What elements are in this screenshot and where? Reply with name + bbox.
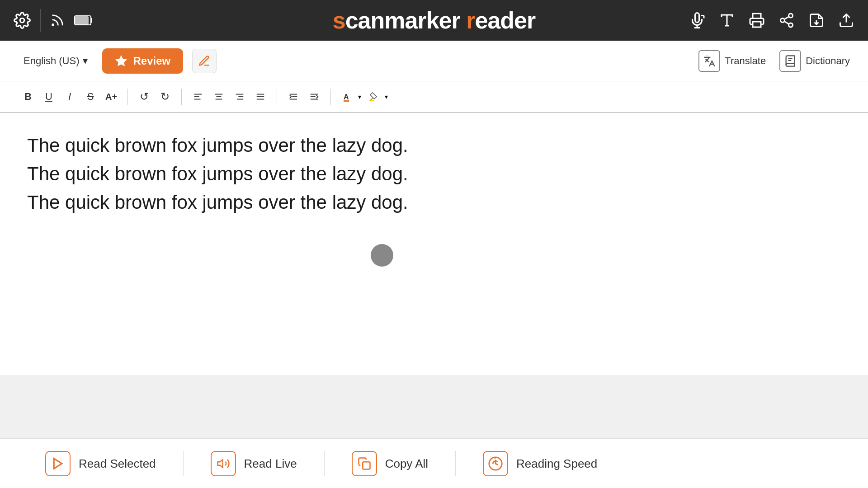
divider [40,9,41,32]
svg-rect-45 [363,462,370,469]
cursor-indicator [371,244,393,267]
title-r: r [466,7,475,33]
dictionary-icon [779,50,801,72]
reading-speed-icon [483,451,508,476]
svg-point-11 [789,14,793,18]
text-format-group: B U I S A+ [18,87,121,107]
app-title: scanmarker reader [333,7,535,33]
review-button[interactable]: Review [102,48,183,74]
alignment-group [188,87,270,107]
reading-speed-action[interactable]: Reading Speed [456,451,624,476]
chevron-down-icon: ▾ [83,55,88,67]
toolbar2-right-actions: Translate Dictionary [698,50,850,72]
align-justify-button[interactable] [250,87,270,107]
indent-increase-button[interactable] [304,87,324,107]
top-navigation-bar: scanmarker reader [0,0,868,41]
bold-button[interactable]: B [18,87,38,107]
dictionary-label: Dictionary [806,55,850,67]
copy-all-icon [352,451,377,476]
svg-line-47 [494,457,495,459]
svg-rect-42 [369,100,374,101]
svg-rect-40 [344,100,349,102]
translate-icon [698,50,720,72]
content-line-3: The quick brown fox jumps over the lazy … [27,188,841,216]
dictionary-action[interactable]: Dictionary [779,50,850,72]
align-center-button[interactable] [209,87,229,107]
format-toolbar: B U I S A+ ↺ ↻ A [0,81,868,113]
export-icon[interactable] [838,12,854,28]
highlight-color-button[interactable] [364,87,384,107]
indent-decrease-button[interactable] [283,87,303,107]
title-s: s [333,7,345,33]
svg-marker-18 [116,56,127,66]
align-left-button[interactable] [188,87,208,107]
settings-icon[interactable] [14,12,31,29]
highlight-button[interactable] [192,49,217,73]
format-divider-4 [330,89,331,105]
import-icon[interactable] [808,12,825,28]
font-color-button[interactable]: A [337,87,357,107]
copy-all-label: Copy All [385,457,428,471]
redo-button[interactable]: ↻ [155,87,175,107]
svg-marker-43 [54,459,62,469]
color-group: A ▾ ▾ [337,87,388,107]
read-selected-label: Read Selected [79,457,156,471]
svg-text:A: A [344,93,349,101]
format-divider-1 [127,89,128,105]
read-selected-icon [45,451,71,476]
review-label: Review [133,55,170,67]
rss-icon[interactable] [50,13,65,28]
language-selector[interactable]: English (US) ▾ [18,52,93,70]
italic-button[interactable]: I [60,87,80,107]
app-title-container: scanmarker reader [333,7,535,34]
svg-marker-44 [217,460,222,468]
bottom-action-bar: Read Selected Read Live Copy All [0,438,868,488]
translate-label: Translate [725,55,766,67]
font-color-chevron[interactable]: ▾ [358,93,361,100]
svg-line-15 [784,17,789,19]
language-label: English (US) [24,55,79,67]
read-selected-action[interactable]: Read Selected [18,451,184,476]
format-divider-3 [277,89,277,105]
battery-icon[interactable] [74,14,94,26]
svg-rect-10 [753,22,761,27]
svg-rect-3 [75,17,88,24]
microphone-icon[interactable] [689,12,705,28]
read-live-label: Read Live [244,457,297,471]
undo-button[interactable]: ↺ [134,87,154,107]
copy-all-action[interactable]: Copy All [325,451,456,476]
svg-point-1 [52,24,54,26]
top-bar-left [14,9,94,32]
format-divider-2 [181,89,182,105]
svg-point-13 [789,23,793,27]
top-bar-right [689,12,854,28]
align-right-button[interactable] [230,87,250,107]
text-size-button[interactable]: A+ [101,87,121,107]
strikethrough-button[interactable]: S [80,87,100,107]
share-icon[interactable] [778,12,795,28]
undo-redo-group: ↺ ↻ [134,87,175,107]
font-icon[interactable] [719,12,735,28]
read-live-icon [211,451,236,476]
secondary-toolbar: English (US) ▾ Review Translate [0,41,868,81]
reading-speed-label: Reading Speed [516,457,597,471]
content-line-1: The quick brown fox jumps over the lazy … [27,131,841,160]
editor-area[interactable]: The quick brown fox jumps over the lazy … [0,113,868,375]
svg-point-12 [781,19,785,23]
read-live-action[interactable]: Read Live [184,451,325,476]
content-line-2: The quick brown fox jumps over the lazy … [27,160,841,188]
print-icon[interactable] [749,12,765,28]
editor-content: The quick brown fox jumps over the lazy … [27,131,841,216]
highlight-color-chevron[interactable]: ▾ [385,93,388,100]
underline-button[interactable]: U [39,87,59,107]
svg-point-0 [20,18,24,23]
indent-group [283,87,324,107]
translate-action[interactable]: Translate [698,50,766,72]
svg-line-14 [784,21,789,24]
